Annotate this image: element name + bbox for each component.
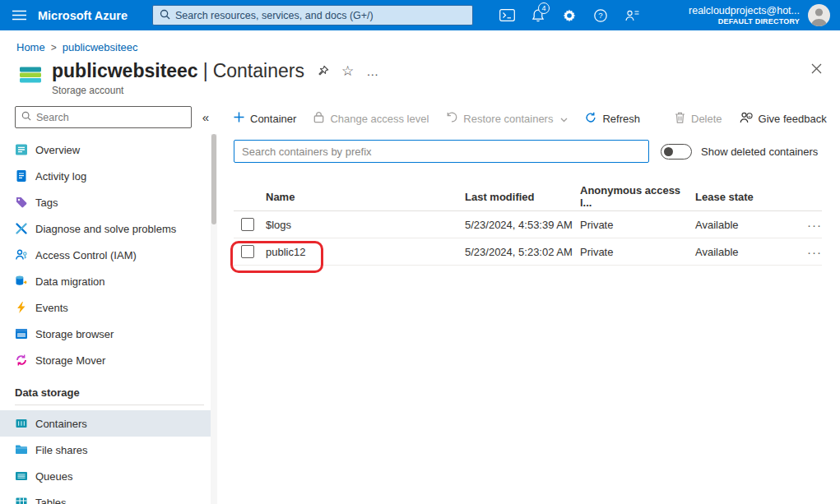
cell-last-modified: 5/23/2024, 4:53:39 AM bbox=[465, 219, 580, 231]
notifications-bell-icon[interactable]: 4 bbox=[522, 0, 554, 30]
sidebar-item-queues[interactable]: Queues bbox=[0, 463, 211, 489]
cell-last-modified: 5/23/2024, 5:23:02 AM bbox=[465, 246, 580, 258]
account-email: realcloudprojects@hot... bbox=[689, 5, 800, 17]
collapse-menu-icon[interactable]: « bbox=[199, 110, 212, 124]
settings-gear-icon[interactable] bbox=[554, 0, 585, 30]
show-deleted-toggle[interactable] bbox=[661, 144, 692, 160]
header-name: Name bbox=[266, 191, 465, 203]
favorite-star-icon[interactable]: ☆ bbox=[341, 64, 354, 78]
row-more-menu-icon[interactable]: ··· bbox=[787, 218, 822, 232]
sidebar-item-diagnose[interactable]: Diagnose and solve problems bbox=[0, 215, 211, 242]
header-lease-state: Lease state bbox=[695, 191, 787, 203]
help-icon[interactable]: ? bbox=[585, 0, 616, 30]
close-blade-icon[interactable] bbox=[811, 63, 822, 76]
global-search-input[interactable] bbox=[175, 10, 466, 21]
search-icon bbox=[21, 111, 31, 123]
search-icon bbox=[160, 9, 170, 22]
breadcrumb-separator: > bbox=[51, 42, 57, 53]
add-icon bbox=[234, 112, 244, 125]
containers-blade: Container Change access level Restore co… bbox=[217, 104, 840, 504]
menu-search-input[interactable] bbox=[36, 112, 185, 123]
container-prefix-search-input[interactable] bbox=[234, 140, 649, 163]
account-directory: DEFAULT DIRECTORY bbox=[689, 17, 800, 26]
account-menu[interactable]: realcloudprojects@hot... DEFAULT DIRECTO… bbox=[689, 5, 800, 26]
add-container-button[interactable]: Container bbox=[234, 112, 296, 125]
sidebar-item-file-shares[interactable]: File shares bbox=[0, 437, 211, 463]
storage-mover-icon bbox=[15, 354, 28, 367]
show-deleted-label: Show deleted containers bbox=[701, 146, 818, 158]
header-last-modified: Last modified bbox=[465, 191, 580, 203]
header-anonymous-access: Anonymous access l... bbox=[580, 184, 695, 209]
chevron-down-icon bbox=[560, 113, 568, 125]
pin-icon[interactable] bbox=[317, 65, 329, 77]
sidebar-scrollbar[interactable] bbox=[211, 134, 217, 504]
azure-topbar: Microsoft Azure 4 ? realcloudprojects@ho… bbox=[0, 0, 840, 30]
delete-button[interactable]: Delete bbox=[675, 112, 722, 126]
sidebar-item-tags[interactable]: Tags bbox=[0, 189, 211, 215]
storage-browser-icon bbox=[15, 327, 28, 340]
restore-containers-button[interactable]: Restore containers bbox=[446, 112, 568, 125]
container-name-link[interactable]: $logs bbox=[266, 219, 465, 231]
cell-anonymous-access: Private bbox=[580, 246, 695, 258]
sidebar-item-overview[interactable]: Overview bbox=[0, 136, 211, 163]
sidebar-item-data-migration[interactable]: Data migration bbox=[0, 268, 211, 294]
refresh-icon bbox=[585, 112, 596, 126]
tables-icon bbox=[15, 496, 28, 504]
more-options-icon[interactable]: … bbox=[366, 65, 379, 77]
feedback-icon[interactable] bbox=[616, 0, 647, 30]
row-checkbox[interactable] bbox=[241, 218, 254, 231]
breadcrumb-current-link[interactable]: publicwebsiteec bbox=[63, 41, 138, 53]
filter-row: Show deleted containers bbox=[234, 140, 822, 163]
svg-text:?: ? bbox=[598, 11, 602, 20]
toggle-knob bbox=[664, 147, 673, 156]
blade-subtitle: Storage account bbox=[52, 85, 379, 96]
access-control-icon bbox=[15, 248, 28, 261]
menu-search[interactable] bbox=[15, 106, 192, 128]
cloud-shell-icon[interactable] bbox=[491, 0, 522, 30]
blade-header: publicwebsiteec|Containers ☆ … Storage a… bbox=[0, 53, 840, 96]
refresh-button[interactable]: Refresh bbox=[585, 112, 640, 126]
sidebar-scrollbar-thumb[interactable] bbox=[211, 134, 216, 224]
containers-table: Name Last modified Anonymous access l...… bbox=[234, 183, 822, 266]
sidebar-item-containers[interactable]: Containers bbox=[0, 410, 211, 437]
table-row-logs[interactable]: $logs 5/23/2024, 4:53:39 AM Private Avai… bbox=[234, 211, 822, 238]
file-shares-icon bbox=[15, 443, 28, 456]
sidebar-item-storage-mover[interactable]: Storage Mover bbox=[0, 347, 211, 373]
queues-icon bbox=[15, 469, 28, 483]
breadcrumb-home-link[interactable]: Home bbox=[16, 41, 45, 53]
table-header-row: Name Last modified Anonymous access l...… bbox=[234, 183, 822, 211]
content-area: « Overview Activity log Tags Diagnose an… bbox=[0, 104, 840, 504]
global-search[interactable] bbox=[152, 5, 473, 25]
cell-anonymous-access: Private bbox=[580, 219, 695, 231]
azure-brand-link[interactable]: Microsoft Azure bbox=[38, 9, 128, 22]
row-more-menu-icon[interactable]: ··· bbox=[787, 245, 822, 259]
sidebar-item-tables[interactable]: Tables bbox=[0, 489, 211, 504]
lock-icon bbox=[313, 111, 324, 126]
notification-badge: 4 bbox=[538, 2, 550, 14]
storage-account-icon bbox=[18, 62, 43, 90]
feedback-smiley-icon bbox=[740, 112, 753, 126]
breadcrumb: Home>publicwebsiteec bbox=[0, 30, 840, 53]
hamburger-menu-icon[interactable] bbox=[0, 0, 38, 30]
data-migration-icon bbox=[15, 275, 28, 288]
activity-log-icon bbox=[15, 169, 28, 183]
sidebar-item-activity-log[interactable]: Activity log bbox=[0, 163, 211, 189]
group-heading-data-storage: Data storage bbox=[0, 373, 217, 405]
sidebar-item-access-control[interactable]: Access Control (IAM) bbox=[0, 242, 211, 268]
change-access-level-button[interactable]: Change access level bbox=[313, 111, 429, 126]
resource-menu: « Overview Activity log Tags Diagnose an… bbox=[0, 104, 217, 504]
avatar[interactable] bbox=[808, 4, 830, 26]
table-row-public12[interactable]: public12 5/23/2024, 5:23:02 AM Private A… bbox=[234, 238, 822, 266]
sidebar-item-storage-browser[interactable]: Storage browser bbox=[0, 321, 211, 347]
cell-lease-state: Available bbox=[695, 246, 787, 258]
container-name-link[interactable]: public12 bbox=[266, 246, 465, 258]
give-feedback-button[interactable]: Give feedback bbox=[740, 112, 827, 126]
overview-icon bbox=[15, 143, 28, 156]
topbar-icons: 4 ? bbox=[491, 0, 647, 30]
tags-icon bbox=[15, 196, 28, 209]
events-lightning-icon bbox=[15, 301, 28, 314]
row-checkbox[interactable] bbox=[241, 245, 254, 258]
group-divider bbox=[15, 405, 204, 405]
page-title: publicwebsiteec|Containers bbox=[52, 60, 304, 82]
sidebar-item-events[interactable]: Events bbox=[0, 294, 211, 321]
